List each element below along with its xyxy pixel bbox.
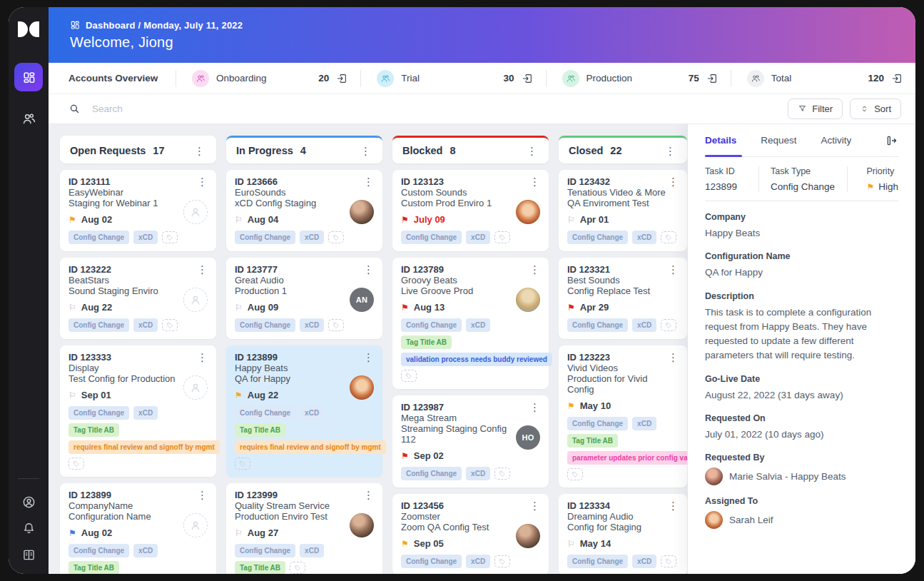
kebab-menu-icon[interactable]: ⋮ (193, 146, 206, 156)
accounts-overview-bar: Accounts Overview Onboarding 20 Trial 30… (49, 63, 915, 94)
card-config-name: Config Replace Test (567, 286, 674, 296)
sort-button[interactable]: Sort (850, 98, 901, 119)
tag-chip: xCD (133, 231, 158, 244)
tag-chips: Config ChangexCD (401, 555, 540, 568)
task-card[interactable]: ID 123987Mega StreamStreaming Staging Co… (392, 395, 549, 487)
task-card[interactable]: ID 123999Quality Stream ServiceProductio… (226, 483, 382, 574)
add-tag-icon[interactable] (494, 468, 510, 480)
sidebar-item-accounts[interactable] (14, 104, 43, 133)
card-id: ID 123456 (401, 500, 508, 511)
kebab-menu-icon[interactable]: ⋮ (528, 264, 542, 275)
add-tag-icon[interactable] (401, 370, 417, 382)
tag-chip: Tag Title AB (68, 561, 119, 574)
task-card[interactable]: ID 123123Custom SoundsCustom Prod Enviro… (392, 170, 549, 251)
task-card[interactable]: ID 123222BeatStarsSound Staging Enviro⋮⚐… (60, 258, 216, 339)
add-tag-icon[interactable] (162, 319, 178, 331)
breadcrumb: Dashboard / Monday, July 11, 2022 (70, 20, 894, 31)
kebab-menu-icon[interactable]: ⋮ (525, 146, 539, 156)
docs-book-icon[interactable] (21, 547, 36, 562)
open-list-icon[interactable] (336, 73, 347, 84)
card-config-name: Test Config for Production (68, 373, 176, 384)
kebab-menu-icon[interactable]: ⋮ (196, 264, 209, 275)
tag-chip: Config Change (68, 318, 129, 332)
add-tag-icon[interactable] (661, 319, 676, 331)
card-company: Vivid Videos (567, 363, 674, 373)
task-card[interactable]: ID 123333DisplayTest Config for Producti… (60, 345, 216, 477)
kebab-menu-icon[interactable]: ⋮ (528, 402, 542, 413)
kebab-menu-icon[interactable]: ⋮ (362, 352, 375, 363)
tab-request[interactable]: Request (761, 124, 796, 156)
task-card[interactable]: ID 123432Tenatious Video & MoreQA Enviro… (559, 170, 687, 251)
sidebar-item-dashboard[interactable] (14, 63, 43, 91)
task-card[interactable]: ID 123321Best SoundsConfig Replace Test⋮… (559, 258, 687, 339)
kebab-menu-icon[interactable]: ⋮ (196, 176, 209, 187)
card-config-name: QA for Happy (235, 373, 342, 384)
stat-trial[interactable]: Trial 30 (361, 70, 545, 87)
column-count: 8 (450, 145, 455, 156)
avatar (350, 375, 374, 400)
card-company: Best Sounds (567, 275, 674, 286)
task-card[interactable]: ID 123456ZoomsterZoom QA Config Test⋮⚑Se… (392, 494, 549, 574)
stat-onboarding[interactable]: Onboarding 20 (176, 70, 360, 87)
open-list-icon[interactable] (891, 73, 903, 84)
flag-icon: ⚑ (68, 216, 76, 224)
card-company: EasyWebinar (68, 187, 176, 198)
notifications-bell-icon[interactable] (21, 521, 36, 536)
flag-icon: ⚑ (235, 391, 243, 400)
account-icon[interactable] (21, 495, 36, 510)
sidebar (9, 7, 49, 574)
assigned-to-value: Sarah Leif (729, 515, 773, 525)
task-card[interactable]: ID 123899Happy BeatsQA for Happy⋮⚑Aug 22… (226, 345, 382, 477)
filter-button[interactable]: Filter (788, 98, 843, 119)
task-id-label: Task ID (705, 166, 747, 176)
kebab-menu-icon[interactable]: ⋮ (196, 490, 209, 500)
open-list-icon[interactable] (522, 73, 533, 84)
add-tag-icon[interactable] (661, 555, 676, 567)
kebab-menu-icon[interactable]: ⋮ (666, 264, 680, 275)
trial-users-icon (377, 70, 394, 87)
kebab-menu-icon[interactable]: ⋮ (666, 176, 680, 187)
stat-total[interactable]: Total 120 (731, 70, 915, 87)
add-tag-icon[interactable] (494, 555, 510, 567)
kebab-menu-icon[interactable]: ⋮ (362, 264, 375, 275)
kebab-menu-icon[interactable]: ⋮ (362, 176, 375, 187)
add-tag-icon[interactable] (567, 468, 583, 480)
search-input[interactable] (91, 103, 781, 115)
add-tag-icon[interactable] (290, 562, 305, 574)
task-card[interactable]: ID 123789Groovy BeatsLive Groove Prod⋮⚑A… (392, 258, 549, 389)
kebab-menu-icon[interactable]: ⋮ (666, 352, 680, 363)
description-value: This task is to complete a configuration… (705, 305, 898, 363)
task-card[interactable]: ID 123334Dreaming AudioConfig for Stagin… (559, 494, 687, 574)
task-card[interactable]: ID 123899CompanyNameConfiguration Name⋮⚑… (60, 483, 216, 574)
kebab-menu-icon[interactable]: ⋮ (359, 146, 372, 156)
column-header: In Progress4⋮ (226, 136, 382, 163)
kebab-menu-icon[interactable]: ⋮ (666, 500, 680, 511)
kebab-menu-icon[interactable]: ⋮ (528, 176, 542, 187)
total-users-icon (747, 70, 764, 87)
task-card[interactable]: ID 123223Vivid VideosProduction for Vivi… (559, 345, 687, 487)
kebab-menu-icon[interactable]: ⋮ (664, 146, 677, 156)
add-tag-icon[interactable] (328, 319, 344, 331)
kebab-menu-icon[interactable]: ⋮ (362, 490, 375, 500)
card-id: ID 123334 (567, 500, 674, 511)
tag-chip: Config Change (235, 231, 295, 244)
column-title: Open Requests (70, 145, 146, 156)
stat-production[interactable]: Production 75 (547, 70, 731, 87)
task-card[interactable]: ID 123777Great AudioProduction 1⋮AN⚐Aug … (226, 258, 382, 339)
kebab-menu-icon[interactable]: ⋮ (196, 352, 209, 363)
add-tag-icon[interactable] (494, 231, 510, 243)
tab-details[interactable]: Details (705, 124, 736, 156)
add-tag-icon[interactable] (328, 231, 344, 243)
kebab-menu-icon[interactable]: ⋮ (528, 500, 542, 511)
add-tag-icon[interactable] (68, 458, 84, 470)
add-tag-icon[interactable] (661, 231, 676, 243)
collapse-panel-icon[interactable] (885, 134, 898, 147)
tab-activity[interactable]: Activity (821, 124, 852, 156)
task-card[interactable]: ID 123666EuroSoundsxCD Config Staging⋮⚐A… (226, 170, 382, 251)
add-tag-icon[interactable] (162, 231, 178, 243)
add-tag-icon[interactable] (235, 458, 250, 470)
due-date: Aug 09 (248, 302, 278, 313)
open-list-icon[interactable] (706, 73, 718, 84)
go-live-date-label: Go-Live Date (705, 374, 898, 384)
task-card[interactable]: ID 123111EasyWebinarStaging for Webinar … (60, 170, 216, 251)
